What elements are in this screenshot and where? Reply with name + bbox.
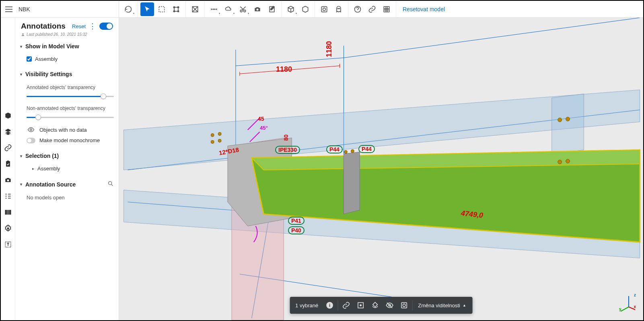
rail-levels-icon[interactable] — [3, 191, 13, 201]
svg-marker-39 — [552, 94, 584, 154]
grid-button[interactable] — [380, 2, 393, 16]
dimension-label: 45 — [258, 116, 264, 122]
view-a-tool[interactable] — [317, 2, 331, 16]
slider2-label: Non-annotated objects' transparency — [27, 103, 114, 112]
slider1-label: Annotated objects' transparency — [27, 82, 114, 91]
selection-count: 1 vybrané — [291, 302, 322, 309]
rail-camera-icon[interactable] — [3, 175, 13, 185]
svg-rect-12 — [321, 6, 327, 12]
monochrome-row[interactable]: Make model monochrome — [27, 135, 114, 145]
chevron-down-icon: ▾ — [20, 44, 22, 49]
svg-point-50 — [351, 149, 354, 153]
panel-more-icon[interactable]: ⋮ — [89, 22, 96, 31]
search-icon[interactable] — [107, 180, 114, 188]
ghost-tool[interactable] — [332, 2, 346, 16]
svg-rect-18 — [6, 161, 10, 166]
marquee-tool[interactable] — [155, 2, 169, 16]
svg-point-14 — [338, 8, 339, 9]
contrast-tool[interactable] — [188, 2, 202, 16]
transform-tool[interactable] — [169, 2, 183, 16]
info-button[interactable]: i — [322, 298, 337, 313]
monochrome-toggle[interactable] — [27, 138, 35, 143]
svg-point-4 — [177, 6, 179, 8]
hide-button[interactable] — [382, 298, 397, 313]
selection-item[interactable]: ▸ Assembly — [27, 164, 114, 173]
chevron-down-icon: ▾ — [20, 72, 22, 77]
no-models-text: No models open — [27, 193, 114, 202]
dimension-label: 1180 — [325, 41, 333, 57]
svg-point-53 — [558, 160, 562, 164]
selection-status-bar: 1 vybrané i Změna viditelnosti▲ — [290, 297, 473, 314]
section-show-in-model[interactable]: ▾ Show in Model View — [15, 40, 119, 53]
svg-point-27 — [30, 129, 32, 131]
pointer-tool[interactable] — [140, 2, 154, 16]
box-tool[interactable]: ▾ — [284, 2, 298, 16]
cut-tool[interactable]: ▾ — [236, 2, 250, 16]
measure-tool[interactable]: ▾ — [207, 2, 221, 16]
isolate-button[interactable] — [397, 298, 411, 313]
svg-point-48 — [218, 139, 221, 142]
transparency-slider-nonannotated[interactable] — [27, 114, 114, 121]
svg-point-15 — [339, 8, 340, 9]
transparency-slider-annotated[interactable] — [27, 93, 114, 100]
svg-point-52 — [566, 117, 570, 121]
svg-rect-23 — [9, 210, 11, 215]
visibility-dropdown[interactable]: Změna viditelnosti▲ — [413, 302, 471, 309]
note-tool[interactable] — [265, 2, 279, 16]
link-selection-button[interactable] — [339, 298, 353, 313]
color-button[interactable] — [368, 298, 382, 313]
cloud-tool[interactable]: ▾ — [222, 2, 235, 16]
svg-rect-21 — [5, 210, 7, 215]
fit-button[interactable] — [353, 298, 368, 313]
box-outline-tool[interactable] — [298, 2, 312, 16]
link-button[interactable] — [365, 2, 379, 16]
svg-text:i: i — [329, 302, 330, 308]
panel-toggle[interactable] — [99, 23, 113, 30]
menu-button[interactable] — [4, 4, 14, 14]
svg-point-51 — [558, 118, 562, 122]
objects-no-data-row[interactable]: Objects with no data — [27, 124, 114, 135]
svg-rect-1 — [159, 6, 164, 12]
svg-point-24 — [7, 228, 9, 230]
dimension-label: 80 — [283, 135, 289, 141]
svg-line-31 — [236, 58, 344, 66]
panel-title: Annotations — [21, 22, 72, 31]
svg-point-26 — [22, 33, 23, 34]
svg-point-45 — [211, 133, 214, 137]
rail-layers-icon[interactable] — [3, 126, 13, 137]
svg-rect-17 — [384, 6, 389, 12]
chevron-down-icon: ▾ — [20, 182, 22, 186]
svg-point-28 — [109, 182, 112, 185]
section-selection[interactable]: ▾ Selection (1) — [15, 149, 119, 162]
axis-gizmo[interactable]: z y x — [616, 293, 636, 313]
camera-tool[interactable] — [251, 2, 264, 16]
help-button[interactable] — [351, 2, 364, 16]
dimension-label: 45° — [260, 125, 268, 131]
svg-point-54 — [566, 159, 570, 163]
svg-point-5 — [173, 10, 175, 12]
svg-point-3 — [173, 6, 175, 8]
reset-model-link[interactable]: Resetovat model — [396, 6, 451, 12]
rail-link-icon[interactable] — [3, 143, 13, 153]
rail-table-icon[interactable] — [3, 207, 13, 217]
svg-marker-44 — [344, 152, 360, 214]
panel-reset[interactable]: Reset — [72, 23, 86, 29]
svg-line-67 — [621, 307, 629, 311]
section-visibility[interactable]: ▾ Visibility Settings — [15, 68, 119, 81]
assembly-checkbox[interactable]: Assembly — [27, 54, 114, 64]
model-viewport[interactable]: 1180 1180 45 45° 80 12*D18 4749,0 P44 P4… — [119, 18, 643, 320]
part-label: P40 — [288, 226, 305, 234]
svg-rect-19 — [7, 161, 9, 162]
rail-text-icon[interactable] — [3, 239, 13, 250]
project-title: NBK — [17, 6, 108, 12]
section-annotation-source[interactable]: ▾ Annotation Source — [15, 177, 119, 191]
rail-gear-icon[interactable] — [3, 223, 13, 234]
undo-button[interactable]: ▾ — [121, 2, 135, 16]
part-label: P44 — [326, 145, 343, 153]
annotations-panel: Annotations Reset ⋮ Last published 26. 1… — [15, 18, 119, 320]
svg-point-49 — [344, 150, 347, 153]
rail-clipboard-icon[interactable] — [3, 159, 13, 169]
svg-line-32 — [344, 18, 640, 58]
rail-box-icon[interactable] — [3, 110, 13, 121]
left-rail — [1, 18, 15, 320]
